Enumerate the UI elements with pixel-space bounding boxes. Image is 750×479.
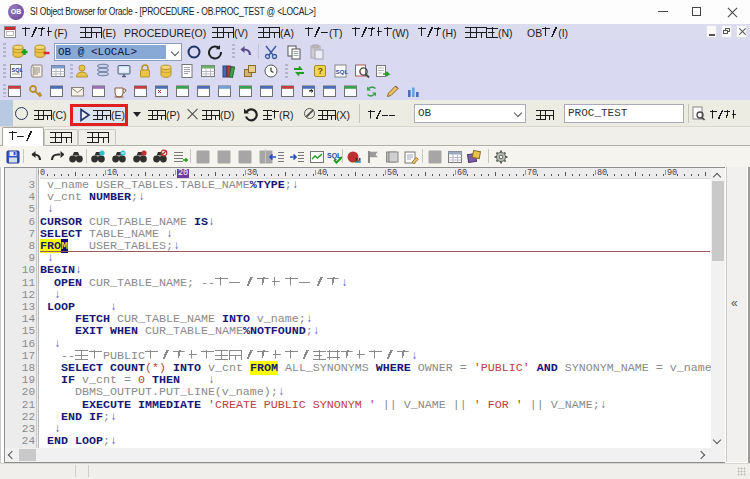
svg-text:SQL: SQL [12,67,24,73]
svg-text:SQL: SQL [336,69,349,75]
svg-text:M: M [355,157,361,164]
svg-text:?: ? [318,66,324,76]
